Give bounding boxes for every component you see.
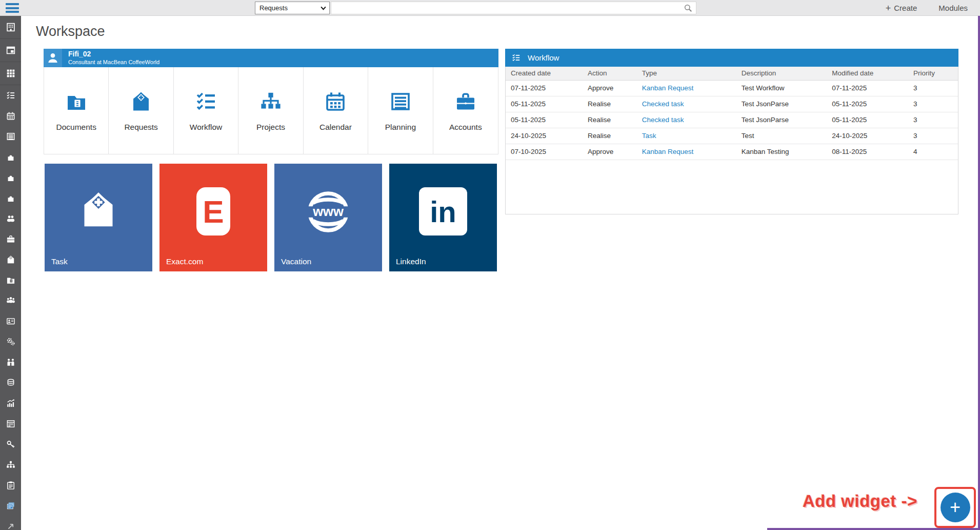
calendar-icon xyxy=(323,89,348,114)
shortcut-label: Projects xyxy=(256,123,285,132)
tile-label: Task xyxy=(51,257,68,266)
cell-type: Task xyxy=(637,128,736,144)
folder-doc-icon xyxy=(64,89,89,114)
shortcut-documents[interactable]: Documents xyxy=(44,67,109,154)
type-link[interactable]: Kanban Request xyxy=(642,148,694,155)
cell: Realise xyxy=(583,96,637,112)
tile-vacation[interactable]: www Vacation xyxy=(274,164,382,271)
cell: 3 xyxy=(908,80,958,96)
sidebar-item-external-link[interactable] xyxy=(0,516,21,530)
cell: Realise xyxy=(583,112,637,128)
checklist-icon xyxy=(6,90,16,101)
annotation-arrow: -> xyxy=(902,492,917,511)
cell-type: Checked task xyxy=(637,112,736,128)
cell: 05-11-2025 xyxy=(827,112,908,128)
sidebar-item-plugin-3[interactable] xyxy=(0,188,21,208)
coins-icon xyxy=(6,378,16,388)
column-header: Created date xyxy=(506,67,583,80)
puzzle-icon xyxy=(6,152,16,162)
shortcut-label: Accounts xyxy=(449,123,482,132)
sidebar-item-users[interactable] xyxy=(0,208,21,229)
cell: 24-10-2025 xyxy=(506,128,583,144)
sidebar-item-documents[interactable] xyxy=(0,270,21,290)
sidebar-item-planning[interactable] xyxy=(0,126,21,147)
cell: 07-11-2025 xyxy=(827,80,908,96)
shortcut-projects[interactable]: Projects xyxy=(238,67,303,154)
sidebar-item-partners[interactable] xyxy=(0,352,21,372)
sidebar-item-settings[interactable] xyxy=(0,331,21,352)
type-link[interactable]: Checked task xyxy=(642,116,684,124)
sitemap-icon xyxy=(6,460,16,470)
cell: 3 xyxy=(908,96,958,112)
search-input[interactable] xyxy=(331,2,696,14)
create-button[interactable]: + Create xyxy=(886,4,917,13)
sidebar-item-reports[interactable] xyxy=(0,393,21,414)
cell: 3 xyxy=(908,112,958,128)
sidebar-item-calendar[interactable] xyxy=(0,106,21,126)
cell: Test xyxy=(736,128,827,144)
shortcut-planning[interactable]: Planning xyxy=(368,67,433,154)
cell: 07-11-2025 xyxy=(506,80,583,96)
tile-task[interactable]: Task xyxy=(45,164,152,271)
sidebar-item-organization[interactable] xyxy=(0,16,21,39)
sidebar-item-contacts[interactable] xyxy=(0,311,21,331)
cell: 05-11-2025 xyxy=(827,96,908,112)
workflow-row: 07-10-2025ApproveKanban RequestKanban Te… xyxy=(506,144,958,160)
envelope-plus-icon xyxy=(6,254,16,265)
sidebar-item-tasks[interactable] xyxy=(0,475,21,496)
column-header: Modified date xyxy=(827,67,908,80)
tile-label: Exact.com xyxy=(166,257,203,266)
sidebar-item-accounts[interactable] xyxy=(0,229,21,249)
cell: Kanban Testing xyxy=(736,144,827,160)
tile-linkedin[interactable]: in LinkedIn xyxy=(389,164,497,271)
sidebar-item-forms[interactable] xyxy=(0,414,21,434)
arrow-icon xyxy=(6,521,16,530)
sidebar-item-intranet[interactable] xyxy=(0,39,21,62)
sidebar-item-plugin-2[interactable] xyxy=(0,167,21,188)
workflow-row: 07-11-2025ApproveKanban RequestTest Work… xyxy=(506,80,958,96)
window-edge-right xyxy=(978,16,980,530)
type-link[interactable]: Kanban Request xyxy=(642,84,694,92)
shortcut-label: Planning xyxy=(385,123,416,132)
workflow-row: 05-11-2025RealiseChecked taskTest JsonPa… xyxy=(506,96,958,112)
key-icon xyxy=(6,439,16,449)
sidebar-item-apps-grid[interactable] xyxy=(0,62,21,85)
search-category-select[interactable]: Requests xyxy=(255,2,330,14)
clipboard-icon xyxy=(6,480,16,490)
shortcut-requests[interactable]: Requests xyxy=(109,67,173,154)
sidebar-item-finance[interactable] xyxy=(0,372,21,393)
sidebar-item-teams[interactable] xyxy=(0,290,21,311)
linkedin-logo-icon: in xyxy=(419,187,467,235)
workflow-widget: Workflow Created dateActionTypeDescripti… xyxy=(505,49,958,214)
sidebar-item-plugin-1[interactable] xyxy=(0,147,21,167)
tiles-row: TaskE Exact.com www Vacationin LinkedIn xyxy=(45,164,497,271)
search-icon[interactable] xyxy=(683,3,693,13)
sidebar-item-workflow[interactable] xyxy=(0,85,21,106)
shortcut-label: Workflow xyxy=(190,123,222,132)
add-widget-button[interactable]: + xyxy=(934,487,976,528)
globe-www-icon: www xyxy=(304,187,353,237)
shortcut-workflow[interactable]: Workflow xyxy=(174,67,238,154)
sidebar-item-projects[interactable] xyxy=(0,455,21,475)
tile-exact-com[interactable]: E Exact.com xyxy=(159,164,267,271)
cell: 07-10-2025 xyxy=(506,144,583,160)
type-link[interactable]: Checked task xyxy=(642,100,684,108)
topbar: Requests + Create Modules xyxy=(0,0,980,16)
search-bar: Requests xyxy=(255,2,696,14)
modules-button[interactable]: Modules xyxy=(938,4,968,12)
shortcut-calendar[interactable]: Calendar xyxy=(304,67,368,154)
workspace-page: Requests + Create Modules Workspace xyxy=(0,0,980,530)
shortcut-accounts[interactable]: Accounts xyxy=(433,67,498,154)
sidebar-item-exact-windows[interactable] xyxy=(0,496,21,516)
workflow-header: Workflow xyxy=(505,49,958,67)
sidebar-item-permissions[interactable] xyxy=(0,434,21,455)
windows-icon xyxy=(6,501,16,511)
contact-card-icon xyxy=(6,316,16,326)
cell: Approve xyxy=(583,80,637,96)
cell-type: Kanban Request xyxy=(637,144,736,160)
menu-icon[interactable] xyxy=(6,3,19,13)
tile-label: Vacation xyxy=(281,257,311,266)
envelope-plus-icon xyxy=(76,187,121,232)
sidebar-item-requests[interactable] xyxy=(0,249,21,270)
type-link[interactable]: Task xyxy=(642,132,656,140)
